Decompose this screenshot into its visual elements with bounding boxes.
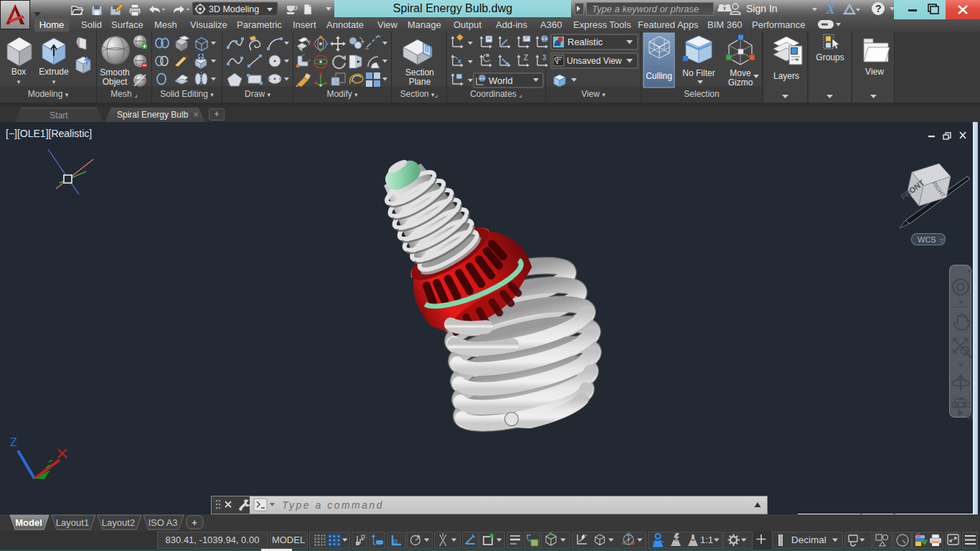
- svg-text:Realistic: Realistic: [567, 37, 603, 47]
- svg-text:ISO A3: ISO A3: [148, 517, 177, 528]
- svg-text:MODEL: MODEL: [272, 534, 305, 545]
- svg-text:x: x: [458, 57, 461, 65]
- svg-text:+: +: [192, 517, 197, 528]
- svg-text:X: X: [826, 2, 836, 17]
- svg-text:Unsaved View: Unsaved View: [567, 56, 622, 66]
- svg-text:1:1: 1:1: [700, 534, 713, 545]
- svg-text:Decimal: Decimal: [791, 534, 826, 545]
- svg-text:Layout2: Layout2: [102, 517, 135, 528]
- svg-text:Z: Z: [524, 54, 528, 62]
- svg-text:830.41, -1039.94, 0.00: 830.41, -1039.94, 0.00: [166, 534, 260, 545]
- svg-text:Sign In: Sign In: [746, 3, 778, 14]
- svg-text:World: World: [489, 75, 513, 86]
- svg-text:3: 3: [542, 54, 547, 62]
- svg-text:Model: Model: [15, 517, 42, 528]
- svg-text:?: ?: [875, 3, 882, 14]
- svg-text:3D Modeling: 3D Modeling: [209, 4, 259, 14]
- svg-text:Layout1: Layout1: [56, 517, 89, 528]
- svg-text:Z: Z: [10, 436, 17, 448]
